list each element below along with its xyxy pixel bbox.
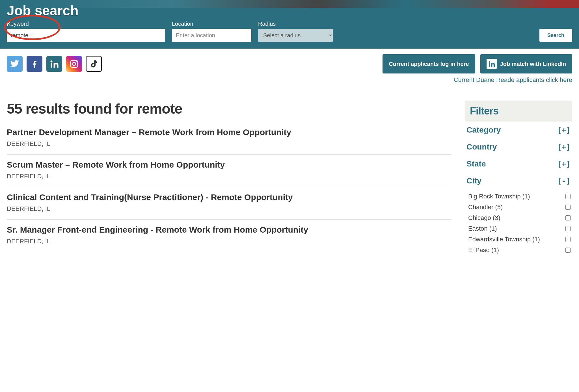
- job-item[interactable]: Sr. Manager Front-end Engineering - Remo…: [7, 220, 451, 252]
- job-location: DEERFIELD, IL: [7, 238, 451, 245]
- city-option-list: Big Rock Township (1) Chandler (5) Chica…: [465, 189, 572, 255]
- job-title: Scrum Master – Remote Work from Home Opp…: [7, 160, 451, 170]
- keyword-label: Keyword: [7, 21, 165, 27]
- location-field: Location: [172, 21, 251, 42]
- collapse-icon: [-]: [557, 177, 571, 185]
- results-heading: 55 results found for remote: [7, 101, 451, 117]
- radius-label: Radius: [258, 21, 333, 27]
- search-button[interactable]: Search: [539, 29, 572, 42]
- applicant-login-button[interactable]: Current applicants log in here: [383, 54, 475, 73]
- cta-row: Current applicants log in here Job match…: [383, 54, 572, 73]
- svg-point-2: [76, 61, 77, 62]
- content-row: 55 results found for remote Partner Deve…: [0, 84, 579, 255]
- keyword-input[interactable]: [7, 29, 165, 42]
- expand-icon: [+]: [557, 160, 571, 168]
- facebook-icon[interactable]: [27, 56, 42, 72]
- radius-select[interactable]: Select a radius: [258, 29, 333, 42]
- city-option[interactable]: Chandler (5): [468, 202, 571, 213]
- job-title: Partner Development Manager – Remote Wor…: [7, 127, 451, 137]
- svg-rect-0: [70, 60, 78, 68]
- job-item[interactable]: Clinical Content and Training(Nurse Prac…: [7, 187, 451, 220]
- filter-name: Country: [466, 142, 497, 151]
- radius-field: Radius Select a radius: [258, 21, 333, 42]
- instagram-icon[interactable]: [66, 56, 82, 72]
- page-title: Job search: [7, 3, 572, 18]
- filter-group-city[interactable]: City [-]: [465, 172, 572, 189]
- city-option-label: Big Rock Township (1): [468, 193, 530, 200]
- city-option-label: El Paso (1): [468, 246, 499, 254]
- city-option[interactable]: Big Rock Township (1): [468, 191, 571, 202]
- city-option[interactable]: Chicago (3): [468, 213, 571, 223]
- twitter-icon[interactable]: [7, 56, 23, 72]
- job-title: Sr. Manager Front-end Engineering - Remo…: [7, 225, 451, 235]
- results-column: 55 results found for remote Partner Deve…: [7, 101, 451, 255]
- linkedin-icon[interactable]: [46, 56, 62, 72]
- city-checkbox[interactable]: [565, 237, 571, 242]
- search-form: Keyword Location Radius Select a radius …: [7, 21, 572, 42]
- filter-group-country[interactable]: Country [+]: [465, 138, 572, 155]
- search-banner: Job search Keyword Location Radius Selec…: [0, 0, 579, 49]
- job-title: Clinical Content and Training(Nurse Prac…: [7, 192, 451, 202]
- filters-column: Filters Category [+] Country [+] State […: [465, 101, 572, 255]
- city-checkbox[interactable]: [565, 205, 571, 210]
- job-location: DEERFIELD, IL: [7, 140, 451, 148]
- keyword-field: Keyword: [7, 21, 165, 42]
- job-location: DEERFIELD, IL: [7, 205, 451, 213]
- expand-icon: [+]: [557, 143, 571, 151]
- expand-icon: [+]: [557, 126, 571, 134]
- city-checkbox[interactable]: [565, 226, 571, 231]
- filter-name: State: [466, 159, 486, 168]
- job-location: DEERFIELD, IL: [7, 173, 451, 180]
- filter-group-category[interactable]: Category [+]: [465, 122, 572, 138]
- city-option-label: Edwardsville Township (1): [468, 236, 540, 243]
- city-checkbox[interactable]: [565, 215, 571, 220]
- location-input[interactable]: [172, 29, 251, 42]
- city-checkbox[interactable]: [565, 194, 571, 199]
- city-option[interactable]: Edwardsville Township (1): [468, 234, 571, 245]
- filter-group-state[interactable]: State [+]: [465, 155, 572, 172]
- linkedin-badge-icon: [487, 59, 497, 69]
- tiktok-icon[interactable]: [86, 56, 102, 72]
- linkedin-match-button[interactable]: Job match with LinkedIn: [480, 54, 572, 73]
- linkedin-match-label: Job match with LinkedIn: [500, 61, 566, 67]
- secondary-link-row: Current Duane Reade applicants click her…: [0, 73, 579, 84]
- city-checkbox[interactable]: [565, 248, 571, 253]
- filter-name: Category: [466, 125, 501, 135]
- city-option-label: Easton (1): [468, 225, 497, 232]
- city-option-label: Chicago (3): [468, 214, 500, 222]
- filters-header: Filters: [465, 101, 572, 122]
- city-option-label: Chandler (5): [468, 203, 503, 211]
- job-item[interactable]: Scrum Master – Remote Work from Home Opp…: [7, 155, 451, 187]
- city-option[interactable]: El Paso (1): [468, 245, 571, 255]
- job-item[interactable]: Partner Development Manager – Remote Wor…: [7, 125, 451, 155]
- social-row: [7, 56, 102, 72]
- duane-reade-link[interactable]: Current Duane Reade applicants click her…: [454, 76, 572, 83]
- applicant-login-label: Current applicants log in here: [389, 61, 469, 67]
- city-option[interactable]: Easton (1): [468, 223, 571, 234]
- svg-point-1: [72, 62, 75, 65]
- mid-row: Current applicants log in here Job match…: [0, 49, 579, 73]
- filter-name: City: [466, 176, 481, 185]
- location-label: Location: [172, 21, 251, 27]
